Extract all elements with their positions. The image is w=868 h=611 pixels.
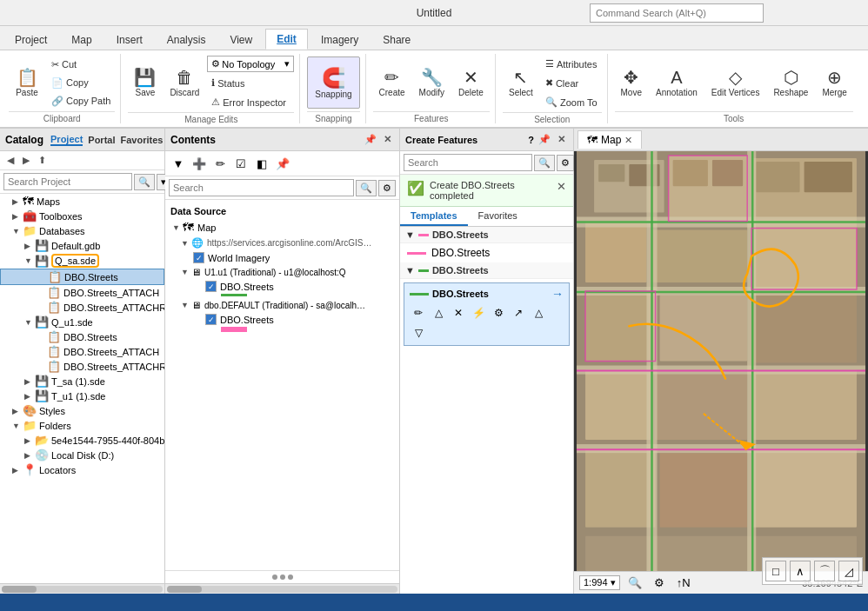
cf-tab-templates[interactable]: Templates <box>400 207 468 226</box>
cf-section-dbo-streets-pink[interactable]: ▼ DBO.Streets <box>400 227 573 243</box>
tree-item-q-u1-sde[interactable]: ▼ 💾 Q_u1.sde <box>0 315 164 329</box>
cf-feature-dbo-streets-pink[interactable]: DBO.Streets <box>400 243 573 262</box>
contents-close-button[interactable]: ✕ <box>381 133 394 146</box>
tree-item-locators[interactable]: ▶ 📍 Locators <box>0 462 164 477</box>
merge-button[interactable]: ⊕ Merge <box>816 56 852 109</box>
create-button[interactable]: ✏ Create <box>373 56 411 109</box>
world-imagery-checkbox[interactable]: ✓ <box>193 252 204 263</box>
tree-item-databases[interactable]: ▼ 📁 Databases <box>0 223 164 238</box>
contents-add-button[interactable]: ➕ <box>190 154 209 173</box>
discard-button[interactable]: 🗑 Discard <box>164 57 205 110</box>
nav-back-button[interactable]: ◀ <box>3 153 17 168</box>
contents-pin-button[interactable]: 📌 <box>273 154 292 173</box>
contents-dbo-streets-green[interactable]: ✓ DBO.Streets <box>165 279 399 298</box>
tree-item-dbo-streets-2[interactable]: 📋 DBO.Streets <box>0 329 164 344</box>
cf-close-button[interactable]: ✕ <box>555 133 568 146</box>
nav-up-button[interactable]: ⬆ <box>35 153 50 168</box>
save-button[interactable]: 💾 Save <box>128 57 162 110</box>
tree-item-t-sa-sde[interactable]: ▶ 💾 T_sa (1).sde <box>0 374 164 389</box>
delete-button[interactable]: ✕ Delete <box>452 56 490 109</box>
tree-item-folders[interactable]: ▼ 📁 Folders <box>0 418 164 433</box>
tab-map[interactable]: Map <box>60 30 103 50</box>
contents-pin-button[interactable]: 📌 <box>362 133 379 146</box>
contents-dbo-default-connection[interactable]: ▼ 🖥 dbo.DEFAULT (Traditional) - sa@local… <box>165 298 399 312</box>
contents-filter-button[interactable]: ▼ <box>169 154 188 173</box>
cf-tool-polygon-button[interactable]: △ <box>530 304 547 322</box>
zoom-to-button[interactable]: 🔍 Zoom To <box>541 94 602 110</box>
tree-item-styles[interactable]: ▶ 🎨 Styles <box>0 403 164 418</box>
catalog-scrollbar[interactable] <box>0 583 164 594</box>
status-button[interactable]: ℹ Status <box>207 75 294 91</box>
contents-world-imagery[interactable]: ✓ World Imagery <box>165 250 399 265</box>
cf-search-button[interactable]: 🔍 <box>534 155 555 171</box>
tab-edit[interactable]: Edit <box>265 29 308 50</box>
tree-item-toolboxes[interactable]: ▶ 🧰 Toolboxes <box>0 209 164 223</box>
catalog-tab-favorites[interactable]: Favorites <box>121 135 164 145</box>
zoom-level-button[interactable]: 🔍 <box>625 574 644 593</box>
cf-tool-bottom-btn[interactable]: ▽ <box>410 324 427 342</box>
cf-section-dbo-streets-green[interactable]: ▼ DBO.Streets <box>400 262 573 279</box>
annotation-button[interactable]: A Annotation <box>650 56 704 109</box>
tree-item-t-u1-sde[interactable]: ▶ 💾 T_u1 (1).sde <box>0 389 164 403</box>
cut-button[interactable]: ✂ Cut <box>47 56 115 73</box>
tab-analysis[interactable]: Analysis <box>156 30 217 50</box>
attributes-button[interactable]: ☰ Attributes <box>541 56 602 72</box>
cf-config-button[interactable]: ⚙ <box>557 155 574 171</box>
map-settings-button[interactable]: ⚙ <box>650 574 669 593</box>
select-button[interactable]: ↖ Select <box>503 57 539 110</box>
contents-select-button[interactable]: ☑ <box>231 154 250 173</box>
reshape-button[interactable]: ⬡ Reshape <box>767 56 814 109</box>
map-tool-line[interactable]: ∧ <box>790 561 811 581</box>
nav-forward-button[interactable]: ▶ <box>19 153 33 168</box>
copy-path-button[interactable]: 🔗 Copy Path <box>47 93 115 110</box>
tree-item-maps[interactable]: ▶ 🗺 Maps <box>0 194 164 209</box>
catalog-tab-portal[interactable]: Portal <box>88 135 115 145</box>
cf-search-input[interactable] <box>404 154 532 171</box>
cf-pin-button[interactable]: 📌 <box>536 133 553 146</box>
modify-button[interactable]: 🔧 Modify <box>413 56 451 109</box>
tab-share[interactable]: Share <box>371 30 422 50</box>
tree-item-dbo-streets-attachre-1[interactable]: 📋 DBO.Streets_ATTACHRE <box>0 300 164 315</box>
cf-tool-triangle-button[interactable]: △ <box>430 304 447 322</box>
tree-item-default-gdb[interactable]: ▶ 💾 Default.gdb <box>0 238 164 253</box>
tab-project[interactable]: Project <box>3 30 58 50</box>
cf-tab-favorites[interactable]: Favorites <box>468 207 528 226</box>
map-tool-polygon2[interactable]: ◿ <box>838 561 859 581</box>
contents-url-item[interactable]: ▼ 🌐 https://services.arcgisonline.com/Ar… <box>165 236 399 250</box>
tree-item-q-sa-sde[interactable]: ▼ 💾 Q_sa.sde <box>0 253 164 269</box>
tab-insert[interactable]: Insert <box>105 30 154 50</box>
scale-dropdown[interactable]: 1:994 ▾ <box>579 575 620 590</box>
tree-item-local-disk[interactable]: ▶ 💿 Local Disk (D:) <box>0 448 164 462</box>
error-inspector-button[interactable]: ⚠ Error Inspector <box>207 94 294 110</box>
command-search-input[interactable] <box>590 3 764 23</box>
contents-scrollbar[interactable] <box>165 583 399 594</box>
north-arrow-button[interactable]: ↑N <box>674 574 693 593</box>
catalog-search-input[interactable] <box>3 173 132 190</box>
cf-tool-x-button[interactable]: ✕ <box>450 304 467 322</box>
copy-button[interactable]: 📄 Copy <box>47 75 115 91</box>
map-tab[interactable]: 🗺 Map ✕ <box>578 130 642 149</box>
tree-item-dbo-streets-attach-2[interactable]: 📋 DBO.Streets_ATTACH <box>0 344 164 359</box>
catalog-search-button[interactable]: 🔍 <box>134 174 155 190</box>
edit-vertices-button[interactable]: ◇ Edit Vertices <box>705 56 766 109</box>
dbo-streets-green-checkbox[interactable]: ✓ <box>205 281 217 292</box>
contents-dbo-streets-pink[interactable]: ✓ DBO.Streets <box>165 312 399 334</box>
tree-item-dbo-streets-attach-1[interactable]: 📋 DBO.Streets_ATTACH <box>0 285 164 300</box>
cf-tool-trace-button[interactable]: ↗ <box>510 304 527 322</box>
contents-search-input[interactable] <box>169 179 354 196</box>
topology-dropdown[interactable]: ⚙ No Topology ▾ <box>207 56 294 72</box>
tree-item-dbo-streets-1[interactable]: 📋 DBO.Streets <box>0 269 164 285</box>
cf-tool-gear-button[interactable]: ⚙ <box>490 304 507 322</box>
cf-tool-branch-button[interactable]: ⚡ <box>470 304 487 322</box>
tree-item-dbo-streets-attachre-2[interactable]: 📋 DBO.Streets_ATTACHRE <box>0 359 164 374</box>
move-button[interactable]: ✥ Move <box>615 56 648 109</box>
cf-help-button[interactable]: ? <box>528 135 534 145</box>
contents-search-button[interactable]: 🔍 <box>356 180 377 196</box>
dbo-streets-pink-checkbox[interactable]: ✓ <box>205 314 217 325</box>
paste-button[interactable]: 📋 Paste <box>9 56 45 109</box>
contents-pencil-button[interactable]: ✏ <box>210 154 230 173</box>
tree-item-5e4e[interactable]: ▶ 📂 5e4e1544-7955-440f-804b- <box>0 433 164 448</box>
map-tab-close-button[interactable]: ✕ <box>624 135 632 146</box>
contents-draw-button[interactable]: ◧ <box>252 154 271 173</box>
snapping-button[interactable]: 🧲 Snapping <box>307 56 359 109</box>
